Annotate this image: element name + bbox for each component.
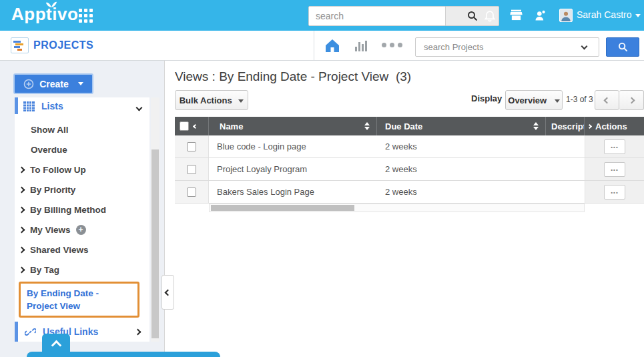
notifications-button[interactable] xyxy=(482,8,498,23)
table-row[interactable]: Blue code - Login page 2 weeks xyxy=(175,135,644,158)
sidebar-item-lists[interactable]: Lists xyxy=(15,97,149,114)
sidebar: Create Lists xyxy=(0,61,165,357)
sidebar-item-show-all[interactable]: Show All xyxy=(15,119,149,139)
scroll-columns-left-icon[interactable] xyxy=(193,123,198,128)
add-view-icon[interactable]: + xyxy=(76,225,86,235)
sidebar-panel: Lists Show All Overdue To Follow Up By P… xyxy=(15,97,149,342)
bulk-actions-button[interactable]: Bulk Actions xyxy=(175,90,248,110)
display-caret-icon xyxy=(555,99,560,103)
cell-project-name[interactable]: Blue code - Login page xyxy=(209,135,377,157)
lists-grid-icon xyxy=(23,101,35,111)
record-count: (3) xyxy=(396,69,411,83)
apptivo-logo[interactable]: Apptivo xyxy=(11,4,78,25)
storefront-icon xyxy=(509,9,523,22)
scrollbar-track[interactable] xyxy=(209,204,585,212)
sidebar-item-overdue[interactable]: Overdue xyxy=(15,139,149,159)
sidebar-item-shared-views[interactable]: Shared Views xyxy=(15,240,149,260)
bar-chart-icon xyxy=(354,39,369,52)
user-name-label: Sarah Castro xyxy=(577,9,631,20)
chevron-right-icon xyxy=(19,206,25,213)
pagination-range: 1-3 of 3 xyxy=(566,95,593,104)
projects-search-input[interactable] xyxy=(415,37,599,57)
chevron-right-icon xyxy=(19,186,25,193)
row-actions-button[interactable] xyxy=(604,139,625,154)
header-cell-name[interactable]: Name xyxy=(209,117,377,135)
sidebar-item-to-follow-up[interactable]: To Follow Up xyxy=(15,159,149,180)
app-grid-icon[interactable] xyxy=(79,9,93,23)
chevron-right-icon xyxy=(19,166,25,173)
chevron-up-icon xyxy=(51,340,61,351)
row-checkbox[interactable] xyxy=(187,188,196,197)
select-all-checkbox[interactable] xyxy=(180,121,189,131)
chain-link-icon xyxy=(25,326,36,338)
row-actions-button[interactable] xyxy=(604,162,625,177)
home-tab[interactable] xyxy=(318,31,346,60)
plus-circle-icon xyxy=(23,79,34,89)
create-caret-icon xyxy=(78,82,83,85)
sidebar-item-by-ending-date-project-view[interactable]: By Ending Date - Project View xyxy=(19,282,139,318)
search-icon xyxy=(467,11,478,21)
sidebar-collapse-handle[interactable] xyxy=(162,275,174,310)
scroll-to-top-button[interactable] xyxy=(42,334,70,357)
user-menu[interactable]: Sarah Castro xyxy=(577,9,641,20)
apptivo-leaf-icon xyxy=(46,1,57,8)
sidebar-item-my-views[interactable]: My Views + xyxy=(15,220,149,240)
display-value: Overview xyxy=(508,95,547,105)
sidebar-item-by-priority[interactable]: By Priority xyxy=(15,180,149,200)
sidebar-item-label: To Follow Up xyxy=(30,165,86,175)
sort-icon[interactable] xyxy=(533,122,539,130)
previous-page-button[interactable] xyxy=(595,90,619,110)
row-checkbox[interactable] xyxy=(187,142,196,151)
display-select[interactable]: Overview xyxy=(505,90,563,110)
chevron-right-icon xyxy=(135,328,141,335)
top-navigation-bar: Apptivo xyxy=(0,0,644,31)
bulk-actions-caret-icon xyxy=(238,99,244,103)
view-title-text: Views : By Ending Date - Project View xyxy=(175,69,388,83)
create-button[interactable]: Create xyxy=(13,73,93,94)
chevron-right-icon xyxy=(628,97,635,103)
sidebar-items: Show All Overdue To Follow Up By Priorit… xyxy=(15,119,149,280)
projects-table: Name Due Date Descripti Actions Blue cod… xyxy=(175,117,644,212)
table-row[interactable]: Project Loyaly Program 2 weeks xyxy=(175,158,644,181)
sidebar-scrollbar-thumb[interactable] xyxy=(151,149,159,338)
sidebar-item-useful-links[interactable]: Useful Links xyxy=(15,322,149,342)
chevron-right-icon xyxy=(19,226,25,233)
user-avatar[interactable] xyxy=(559,9,573,22)
table-row[interactable]: Bakers Sales Login Page 2 weeks xyxy=(175,181,644,204)
referral-button[interactable] xyxy=(533,8,549,23)
scrollbar-thumb[interactable] xyxy=(211,205,354,211)
global-search-input[interactable] xyxy=(308,6,446,26)
projects-search-button[interactable] xyxy=(606,37,639,57)
app-title: PROJECTS xyxy=(33,39,93,51)
column-label: Name xyxy=(220,121,243,131)
column-label: Descripti xyxy=(551,121,585,131)
pagination-controls xyxy=(595,90,644,110)
sidebar-item-by-tag[interactable]: By Tag xyxy=(15,260,149,280)
home-icon xyxy=(324,38,340,53)
app-header-bar: PROJECTS xyxy=(0,31,644,61)
header-cell-select xyxy=(175,117,209,135)
row-actions-button[interactable] xyxy=(604,185,625,200)
cell-project-name[interactable]: Bakers Sales Login Page xyxy=(209,181,377,203)
create-label: Create xyxy=(39,79,69,89)
sidebar-item-label: Overdue xyxy=(31,145,67,155)
scroll-columns-right-icon[interactable] xyxy=(587,123,592,128)
sidebar-item-by-billing-method[interactable]: By Billing Method xyxy=(15,200,149,220)
column-label: Due Date xyxy=(385,121,422,131)
chevron-left-icon xyxy=(604,97,611,103)
app-store-button[interactable] xyxy=(508,8,524,23)
more-options-button[interactable] xyxy=(382,43,406,47)
reports-button[interactable] xyxy=(352,36,372,55)
next-page-button[interactable] xyxy=(619,90,644,110)
sort-icon[interactable] xyxy=(364,122,370,130)
bell-icon xyxy=(483,9,497,22)
header-cell-due-date[interactable]: Due Date xyxy=(377,117,546,135)
appbar-divider xyxy=(314,31,314,60)
main-content: Views : By Ending Date - Project View (3… xyxy=(166,61,644,357)
header-cell-actions: Actions xyxy=(585,117,644,135)
header-cell-description[interactable]: Descripti xyxy=(546,117,585,135)
sidebar-item-label: By Tag xyxy=(30,265,59,275)
cell-project-name[interactable]: Project Loyaly Program xyxy=(209,158,377,180)
apptivo-app-window: Apptivo xyxy=(0,0,644,357)
row-checkbox[interactable] xyxy=(187,165,196,174)
